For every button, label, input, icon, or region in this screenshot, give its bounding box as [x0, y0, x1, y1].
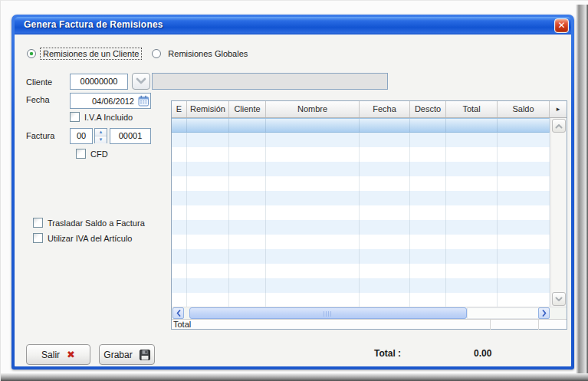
radio-remisiones-cliente-label[interactable]: Remisiones de un Cliente [41, 48, 141, 59]
grid-cell[interactable] [187, 235, 229, 249]
grabar-button[interactable]: Grabar [99, 344, 155, 365]
utilizar-iva-checkbox[interactable] [33, 233, 43, 243]
grid-row[interactable] [172, 176, 550, 191]
grid-row[interactable] [172, 220, 550, 235]
column-header-e[interactable]: E [172, 101, 187, 117]
grid-cell[interactable] [446, 176, 498, 191]
grid-cell[interactable] [266, 293, 360, 307]
grid-cell[interactable] [229, 119, 266, 132]
grid-cell[interactable] [410, 147, 446, 162]
grid-cell[interactable] [498, 205, 550, 220]
grid-cell[interactable] [498, 220, 550, 235]
close-button[interactable]: ✕ [554, 18, 569, 33]
grid-cell[interactable] [410, 162, 446, 176]
grid-cell[interactable] [266, 191, 360, 205]
factura-folio-input[interactable]: 00001 [110, 128, 151, 144]
grid-cell[interactable] [498, 119, 550, 132]
grid-cell[interactable] [446, 264, 498, 278]
scroll-down-button[interactable] [552, 292, 566, 306]
grid-cell[interactable] [498, 278, 550, 293]
grid-cell[interactable] [266, 133, 360, 147]
grid-cell[interactable] [229, 147, 266, 162]
grid-cell[interactable] [266, 278, 360, 293]
grid-cell[interactable] [446, 293, 498, 307]
cfd-checkbox[interactable] [76, 149, 86, 159]
grid-row[interactable] [172, 264, 550, 278]
grid-cell[interactable] [498, 176, 550, 191]
grid-cell[interactable] [187, 278, 229, 293]
grid-cell[interactable] [172, 147, 187, 162]
grid-cell[interactable] [172, 264, 187, 278]
grid-cell[interactable] [229, 176, 266, 191]
grid-cell[interactable] [410, 191, 446, 205]
grid-cell[interactable] [266, 249, 360, 264]
grid-cell[interactable] [360, 249, 410, 264]
grid-cell[interactable] [360, 119, 410, 132]
grid-cell[interactable] [498, 249, 550, 264]
grid-cell[interactable] [172, 133, 187, 147]
grid-cell[interactable] [266, 205, 360, 220]
column-header-total[interactable]: Total [446, 101, 498, 117]
grid-cell[interactable] [446, 249, 498, 264]
grid-cell[interactable] [410, 119, 446, 132]
grid-row[interactable] [172, 249, 550, 264]
grid-cell[interactable] [229, 293, 266, 307]
fecha-value[interactable]: 04/06/2012 [71, 97, 136, 106]
grid-row[interactable] [172, 205, 550, 220]
grid-cell[interactable] [187, 133, 229, 147]
grid-cell[interactable] [172, 220, 187, 235]
grid-cell[interactable] [172, 235, 187, 249]
grid-cell[interactable] [187, 249, 229, 264]
grid-cell[interactable] [266, 220, 360, 235]
cliente-lookup-button[interactable] [132, 73, 150, 90]
grid-cell[interactable] [498, 191, 550, 205]
grid-cell[interactable] [266, 264, 360, 278]
column-header-saldo[interactable]: Saldo [498, 101, 550, 117]
grid-cell[interactable] [187, 176, 229, 191]
spinner-down-button[interactable]: ▼ [95, 136, 107, 143]
grid-cell[interactable] [446, 119, 498, 132]
grid-cell[interactable] [360, 278, 410, 293]
horizontal-scrollbar[interactable] [172, 307, 567, 319]
column-header-nombre[interactable]: Nombre [266, 101, 360, 117]
grid-cell[interactable] [410, 293, 446, 307]
grid-cell[interactable] [360, 220, 410, 235]
grid-cell[interactable] [229, 133, 266, 147]
grid-cell[interactable] [266, 235, 360, 249]
grid-cell[interactable] [410, 133, 446, 147]
column-header-descto[interactable]: Descto [410, 101, 446, 117]
grid-cell[interactable] [172, 191, 187, 205]
grid-cell[interactable] [446, 278, 498, 293]
grid-cell[interactable] [446, 133, 498, 147]
radio-remisiones-cliente[interactable] [27, 49, 36, 58]
grid-cell[interactable] [229, 278, 266, 293]
grid-cell[interactable] [446, 191, 498, 205]
grid-cell[interactable] [229, 220, 266, 235]
column-header-more-button[interactable]: ▸ [550, 101, 567, 117]
cliente-code-input[interactable]: 00000000 [70, 74, 128, 90]
grid-cell[interactable] [187, 147, 229, 162]
grid-cell[interactable] [172, 119, 187, 132]
grid-cell[interactable] [172, 249, 187, 264]
grid-row[interactable] [172, 191, 550, 205]
grid-cell[interactable] [266, 119, 360, 132]
grid-cell[interactable] [172, 205, 187, 220]
grid-cell[interactable] [410, 235, 446, 249]
grid-cell[interactable] [229, 191, 266, 205]
grid-cell[interactable] [410, 220, 446, 235]
scroll-right-button[interactable] [538, 307, 550, 319]
grid-row[interactable] [172, 147, 550, 162]
calendar-button[interactable] [136, 94, 150, 108]
grid-cell[interactable] [360, 147, 410, 162]
grid-cell[interactable] [446, 147, 498, 162]
grid-cell[interactable] [172, 278, 187, 293]
iva-incluido-checkbox[interactable] [70, 112, 80, 122]
grid-cell[interactable] [187, 191, 229, 205]
horizontal-scroll-thumb[interactable] [189, 307, 467, 319]
column-header-cliente[interactable]: Cliente [229, 101, 266, 117]
scroll-up-button[interactable] [552, 119, 566, 133]
grid-cell[interactable] [446, 162, 498, 176]
grid-cell[interactable] [498, 264, 550, 278]
grid-cell[interactable] [172, 176, 187, 191]
spinner-up-button[interactable]: ▲ [95, 129, 107, 136]
